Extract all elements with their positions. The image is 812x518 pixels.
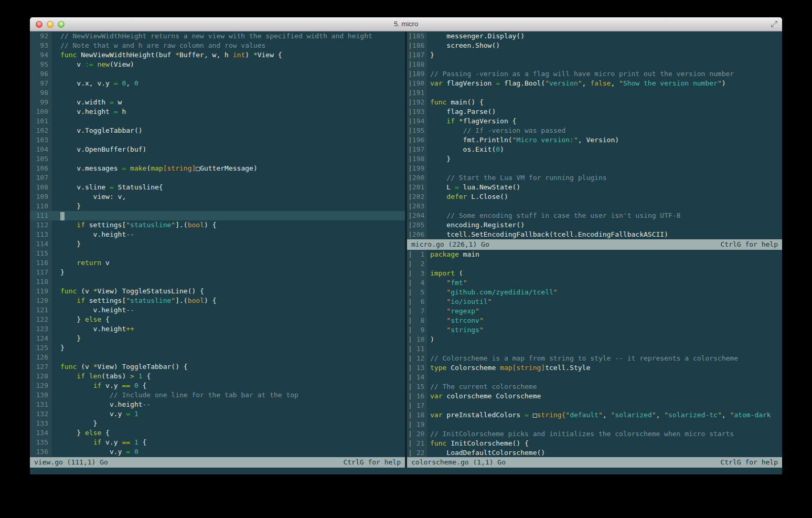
code-line[interactable]: | 8 "strconv" [407,316,782,325]
code-line[interactable]: |205 encoding.Register() [407,220,782,230]
code-line[interactable]: 99 v.width = w [30,98,405,107]
code-line[interactable]: 102 v.ToggleTabbar() [30,126,405,135]
code-line[interactable]: | 6 "io/ioutil" [407,297,782,306]
code-line[interactable]: | 17 [407,401,782,410]
editor-micro-go[interactable]: |185 messenger.Display()|186 screen.Show… [407,31,782,239]
code-line[interactable]: |203 [407,202,782,211]
code-line[interactable]: |199 [407,164,782,173]
editor-view-go[interactable]: 92// NewViewWidthHeight returns a new vi… [30,31,405,457]
code-line[interactable]: 128 if len(tabs) > 1 { [30,372,405,381]
code-line[interactable]: | 3import ( [407,269,782,278]
code-line[interactable]: |191 [407,88,782,98]
code-line[interactable]: 125} [30,343,405,353]
code-line[interactable]: 135 if v.y == 1 { [30,438,405,447]
code-line[interactable]: |195 // If -version was passed [407,126,782,135]
code-line[interactable]: | 11 [407,344,782,354]
zoom-button[interactable] [58,21,65,28]
code-line[interactable]: | 1package main [407,250,782,259]
code-line[interactable]: | 9 "strings" [407,325,782,335]
code-line[interactable]: 127func (v *View) ToggleTabbar() { [30,362,405,372]
code-line[interactable]: |185 messenger.Display() [407,31,782,41]
code-line[interactable]: 129 if v.y == 0 { [30,381,405,390]
code-line[interactable]: |197 os.Exit(0) [407,145,782,154]
code-line[interactable]: 121 v.height-- [30,305,405,315]
code-line[interactable]: 105 [30,154,405,164]
resize-icon[interactable]: ⤢ [771,19,777,29]
code-line[interactable]: | 7 "regexp" [407,306,782,316]
code-line[interactable]: | 4 "fmt" [407,278,782,288]
code-line[interactable]: 124 } [30,334,405,343]
code-line[interactable]: 96 [30,69,405,79]
code-line[interactable]: 104 v.OpenBuffer(buf) [30,145,405,154]
code-line[interactable]: 126 [30,353,405,362]
code-line[interactable]: 134 } else { [30,428,405,438]
code-line[interactable]: 112 if settings["statusline"].(bool) { [30,220,405,230]
code-line[interactable]: |193 flag.Parse() [407,107,782,117]
code-line[interactable]: 123 v.height++ [30,324,405,334]
code-line[interactable]: | 22 LoadDefaultColorscheme() [407,448,782,457]
code-line[interactable]: 101 [30,117,405,126]
line-number: |199 [407,164,427,173]
code-line[interactable]: |198 } [407,154,782,164]
code-line[interactable]: 106 v.messages = make(map[string]□Gutter… [30,164,405,173]
code-line[interactable]: |194 if *flagVersion { [407,117,782,126]
window-titlebar[interactable]: 5. micro ⤢ [30,17,782,31]
code-line[interactable]: 111 [30,211,405,220]
code-line[interactable]: 97 v.x, v.y = 0, 0 [30,79,405,88]
code-line[interactable]: | 5 "github.com/zyedidia/tcell" [407,288,782,297]
editor-colorscheme-go[interactable]: | 1package main| 2| 3import (| 4 "fmt"| … [407,250,782,457]
code-line[interactable]: 115 [30,249,405,258]
code-line[interactable]: 136 v.y = 0 [30,447,405,457]
code-text: messenger.Display() [427,31,782,41]
code-line[interactable]: | 14 [407,373,782,382]
code-line[interactable]: | 21func InitColorscheme() { [407,439,782,448]
minimize-button[interactable] [47,21,54,28]
code-line[interactable]: |204 // Some encoding stuff in case the … [407,211,782,220]
code-line[interactable]: 103 [30,135,405,145]
code-line[interactable]: | 13type Colorscheme map[string]tcell.St… [407,363,782,373]
code-line[interactable]: | 10) [407,335,782,344]
code-line[interactable]: 114 } [30,239,405,249]
code-line[interactable]: |187} [407,50,782,60]
code-line[interactable]: | 18var preInstalledColors = □string{"de… [407,410,782,420]
code-line[interactable]: 100 v.height = h [30,107,405,117]
code-line[interactable]: 119func (v *View) ToggleStatusLine() { [30,287,405,296]
code-line[interactable]: |202 defer L.Close() [407,192,782,202]
code-line[interactable]: 92// NewViewWidthHeight returns a new vi… [30,31,405,41]
code-line[interactable]: 130 // Include one line for the tab bar … [30,390,405,400]
code-line[interactable]: |192func main() { [407,98,782,107]
command-message-line[interactable] [30,468,782,474]
code-line[interactable]: 133 } [30,419,405,428]
code-line[interactable]: | 15// The current colorscheme [407,382,782,392]
code-line[interactable]: 132 v.y = 1 [30,409,405,419]
code-line[interactable]: |186 screen.Show() [407,41,782,50]
code-line[interactable]: | 19 [407,420,782,429]
code-line[interactable]: 131 v.height-- [30,400,405,409]
code-line[interactable]: 95 v := new(View) [30,60,405,69]
code-line[interactable]: |200 // Start the Lua VM for running plu… [407,173,782,183]
code-line[interactable]: 94func NewViewWidthHeight(buf *Buffer, w… [30,50,405,60]
code-line[interactable]: | 12// Colorscheme is a map from string … [407,354,782,363]
code-line[interactable]: | 20// InitColorscheme picks and initial… [407,429,782,439]
code-line[interactable]: |201 L = lua.NewState() [407,183,782,192]
code-line[interactable]: 93// Note that w and h are raw column an… [30,41,405,50]
code-line[interactable]: 117} [30,268,405,277]
code-line[interactable]: 107 [30,173,405,183]
code-line[interactable]: |188 [407,60,782,69]
code-line[interactable]: | 2 [407,259,782,269]
code-line[interactable]: 108 v.sline = Statusline{ [30,183,405,192]
code-line[interactable]: |196 fmt.Println("Micro version:", Versi… [407,135,782,145]
code-line[interactable]: 113 v.height-- [30,230,405,239]
code-line[interactable]: 118 [30,277,405,287]
code-line[interactable]: 116 return v [30,258,405,268]
code-line[interactable]: 122 } else { [30,315,405,324]
code-line[interactable]: 109 view: v, [30,192,405,202]
close-button[interactable] [36,21,42,28]
code-line[interactable]: |190var flagVersion = flag.Bool("version… [407,79,782,88]
code-line[interactable]: 120 if settings["statusline"].(bool) { [30,296,405,305]
code-line[interactable]: 98 [30,88,405,98]
code-line[interactable]: |206 tcell.SetEncodingFallback(tcell.Enc… [407,230,782,239]
code-line[interactable]: |189// Passing -version as a flag will h… [407,69,782,79]
code-line[interactable]: 110 } [30,202,405,211]
code-line[interactable]: | 16var colorscheme Colorscheme [407,392,782,401]
